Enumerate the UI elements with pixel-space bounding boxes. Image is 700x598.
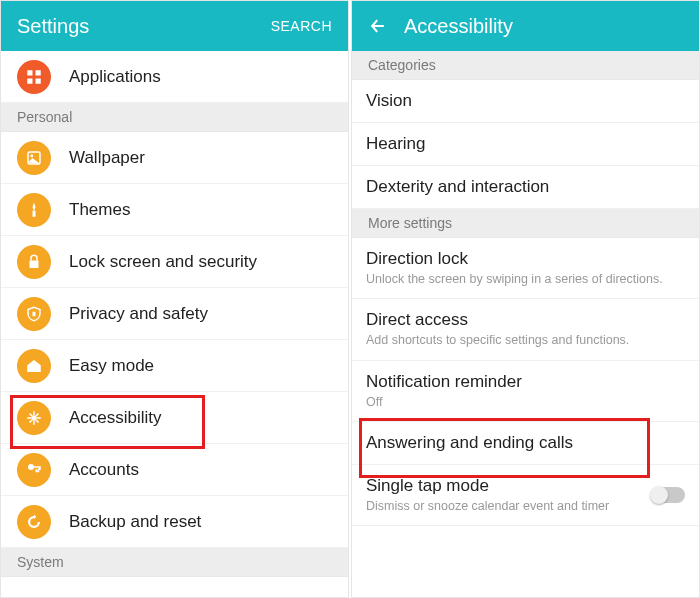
settings-appbar: Settings SEARCH: [1, 1, 348, 51]
more-item-label: Single tap mode: [366, 476, 643, 496]
section-header-categories: Categories: [352, 51, 699, 80]
settings-item-label: Easy mode: [69, 356, 154, 376]
more-item-direct-access[interactable]: Direct access Add shortcuts to specific …: [352, 299, 699, 360]
more-item-notification-reminder[interactable]: Notification reminder Off: [352, 361, 699, 422]
svg-point-10: [28, 464, 34, 470]
settings-item-label: Backup and reset: [69, 512, 201, 532]
svg-rect-6: [33, 210, 36, 216]
more-item-sub: Dismiss or snooze calendar event and tim…: [366, 498, 643, 514]
privacy-icon: [17, 297, 51, 331]
backup-icon: [17, 505, 51, 539]
more-item-direction-lock[interactable]: Direction lock Unlock the screen by swip…: [352, 238, 699, 299]
svg-rect-3: [36, 78, 41, 83]
category-label: Dexterity and interaction: [366, 177, 685, 197]
settings-item-label: Themes: [69, 200, 130, 220]
wallpaper-icon: [17, 141, 51, 175]
accounts-icon: [17, 453, 51, 487]
more-item-label: Answering and ending calls: [366, 433, 685, 453]
settings-item-easy-mode[interactable]: Easy mode: [1, 340, 348, 392]
settings-item-label: Accounts: [69, 460, 139, 480]
settings-item-themes[interactable]: Themes: [1, 184, 348, 236]
svg-rect-0: [27, 70, 32, 75]
accessibility-title: Accessibility: [404, 15, 683, 38]
category-item-vision[interactable]: Vision: [352, 80, 699, 123]
single-tap-toggle[interactable]: [651, 487, 685, 503]
svg-rect-8: [33, 311, 36, 316]
category-label: Hearing: [366, 134, 685, 154]
back-button[interactable]: [368, 16, 388, 36]
settings-item-label: Wallpaper: [69, 148, 145, 168]
more-item-label: Notification reminder: [366, 372, 685, 392]
section-header-system: System: [1, 548, 348, 577]
settings-item-backup[interactable]: Backup and reset: [1, 496, 348, 548]
settings-item-applications[interactable]: Applications: [1, 51, 348, 103]
settings-item-accessibility[interactable]: Accessibility: [1, 392, 348, 444]
accessibility-panel: Accessibility Categories Vision Hearing …: [351, 0, 700, 598]
lock-icon: [17, 245, 51, 279]
more-item-single-tap[interactable]: Single tap mode Dismiss or snooze calend…: [352, 465, 699, 526]
settings-list: Applications Personal Wallpaper Themes L…: [1, 51, 348, 597]
settings-item-label: Privacy and safety: [69, 304, 208, 324]
more-item-sub: Off: [366, 394, 685, 410]
settings-item-label: Lock screen and security: [69, 252, 257, 272]
svg-rect-2: [27, 78, 32, 83]
settings-panel: Settings SEARCH Applications Personal Wa…: [0, 0, 349, 598]
category-item-dexterity[interactable]: Dexterity and interaction: [352, 166, 699, 209]
accessibility-appbar: Accessibility: [352, 1, 699, 51]
search-action[interactable]: SEARCH: [271, 18, 332, 34]
section-header-more: More settings: [352, 209, 699, 238]
settings-item-accounts[interactable]: Accounts: [1, 444, 348, 496]
section-header-personal: Personal: [1, 103, 348, 132]
svg-rect-1: [36, 70, 41, 75]
more-item-answering-calls[interactable]: Answering and ending calls: [352, 422, 699, 465]
settings-title: Settings: [17, 15, 271, 38]
settings-item-lock-screen[interactable]: Lock screen and security: [1, 236, 348, 288]
settings-item-label: Accessibility: [69, 408, 162, 428]
settings-item-privacy[interactable]: Privacy and safety: [1, 288, 348, 340]
settings-item-label: Applications: [69, 67, 161, 87]
more-item-sub: Unlock the screen by swiping in a series…: [366, 271, 685, 287]
easy-mode-icon: [17, 349, 51, 383]
more-item-sub: Add shortcuts to specific settings and f…: [366, 332, 685, 348]
themes-icon: [17, 193, 51, 227]
more-item-label: Direct access: [366, 310, 685, 330]
svg-rect-7: [30, 260, 39, 268]
settings-item-wallpaper[interactable]: Wallpaper: [1, 132, 348, 184]
svg-point-5: [30, 154, 33, 157]
more-item-label: Direction lock: [366, 249, 685, 269]
applications-icon: [17, 60, 51, 94]
category-label: Vision: [366, 91, 685, 111]
accessibility-icon: [17, 401, 51, 435]
category-item-hearing[interactable]: Hearing: [352, 123, 699, 166]
